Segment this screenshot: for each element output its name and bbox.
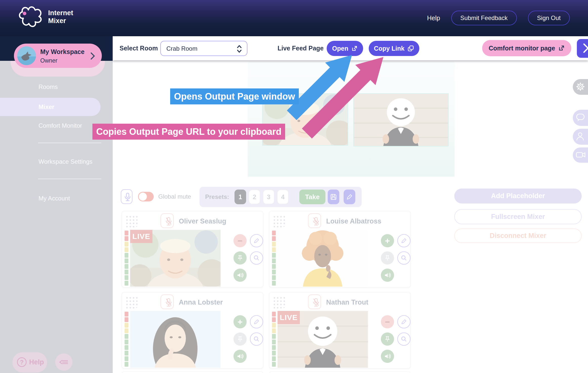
magnifier-icon <box>401 255 407 261</box>
top-navbar: Internet Mixer Help Submit Feedback Sign… <box>0 0 588 36</box>
pin-button[interactable] <box>381 332 394 346</box>
preset-4-button[interactable]: 4 <box>277 190 289 204</box>
drag-handle[interactable] <box>125 214 138 228</box>
pencil-icon <box>253 319 260 325</box>
external-link-icon <box>558 45 565 51</box>
open-button[interactable]: Open <box>327 41 363 56</box>
sidebar-item-label: Comfort Monitor <box>38 122 82 129</box>
gear-icon <box>576 82 585 91</box>
magnifier-icon <box>253 336 260 342</box>
help-link[interactable]: Help <box>427 14 440 22</box>
participants-tab-button[interactable] <box>573 129 588 145</box>
speaker-icon <box>384 353 391 359</box>
logo-icon <box>18 4 44 30</box>
sidebar-item-my-account[interactable]: My Account <box>0 193 101 204</box>
volume-button[interactable] <box>233 350 247 363</box>
copy-link-button-label: Copy Link <box>374 45 405 52</box>
workspace-role: Owner <box>40 57 57 64</box>
mic-muted-icon[interactable] <box>308 213 321 228</box>
mic-muted-icon[interactable] <box>308 294 321 309</box>
take-button[interactable]: Take <box>299 190 325 204</box>
save-preset-button[interactable] <box>328 190 339 204</box>
edit-participant-button[interactable] <box>397 315 410 328</box>
participant-name: Nathan Trout <box>326 299 368 306</box>
mic-muted-icon[interactable] <box>161 213 174 228</box>
zoom-participant-button[interactable] <box>397 251 410 265</box>
edit-participant-button[interactable] <box>250 234 263 247</box>
comfort-monitor-label: Comfort monitor page <box>489 45 555 52</box>
pin-button[interactable] <box>233 251 247 265</box>
sidebar-help-button[interactable]: ? Help <box>12 352 47 372</box>
dolphin-avatar-image <box>17 46 36 65</box>
mic-muted-icon[interactable] <box>161 294 174 309</box>
participant-video <box>278 230 368 287</box>
sign-out-button[interactable]: Sign Out <box>528 11 570 25</box>
room-select-value: Crab Room <box>166 45 198 52</box>
mic-muted-glyph <box>313 298 319 307</box>
zoom-participant-button[interactable] <box>397 332 410 346</box>
volume-button[interactable] <box>381 350 394 363</box>
mic-muted-glyph <box>165 298 172 307</box>
sidebar-item-rooms[interactable]: Rooms <box>0 81 101 92</box>
magnifier-icon <box>253 255 260 261</box>
sidebar-divider <box>38 179 101 179</box>
sidebar-item-mixer[interactable]: Mixer <box>0 98 101 116</box>
mixer-toolbar: Select Room Crab Room Live Feed Page Ope… <box>113 36 588 60</box>
sidebar-item-label: Mixer <box>38 103 54 110</box>
collapse-icon <box>59 359 68 366</box>
select-chevrons-icon <box>236 45 242 53</box>
preset-3-button[interactable]: 3 <box>263 190 275 204</box>
pin-icon <box>384 336 390 342</box>
sidebar-item-comfort-monitor[interactable]: Comfort Monitor <box>0 120 101 131</box>
edit-participant-button[interactable] <box>250 315 263 328</box>
add-to-live-button[interactable]: + <box>381 234 394 247</box>
add-placeholder-button[interactable]: Add Placeholder <box>454 189 582 203</box>
participant-tile-louise: Louise Albatross <box>269 211 411 288</box>
brand-line2: Mixer <box>48 17 73 25</box>
submit-feedback-button[interactable]: Submit Feedback <box>451 11 517 25</box>
drag-handle[interactable] <box>272 214 285 228</box>
preset-1-button[interactable]: 1 <box>234 190 246 204</box>
chat-icon <box>576 113 585 122</box>
participant-video-image <box>130 311 221 368</box>
volume-button[interactable] <box>381 269 394 282</box>
pin-icon <box>237 255 243 261</box>
minus-icon: − <box>385 317 390 327</box>
fullscreen-mixer-button[interactable]: Fullscreen Mixer <box>454 209 582 224</box>
global-mute-toggle[interactable] <box>138 192 154 201</box>
speaker-icon <box>384 272 391 278</box>
workspace-switcher[interactable]: My Workspace Owner <box>14 44 102 68</box>
edit-preset-button[interactable] <box>344 190 355 204</box>
room-select[interactable]: Crab Room <box>160 41 247 56</box>
add-to-live-button[interactable]: + <box>233 315 247 328</box>
settings-tab-button[interactable] <box>573 79 588 95</box>
chat-tab-button[interactable] <box>573 110 588 126</box>
remove-from-live-button[interactable]: − <box>233 234 247 247</box>
camera-tab-button[interactable] <box>573 147 588 163</box>
magnifier-icon <box>401 336 407 342</box>
collapse-sidebar-button[interactable] <box>55 353 72 371</box>
remove-from-live-button[interactable]: − <box>381 315 394 328</box>
sidebar-item-workspace-settings[interactable]: Workspace Settings <box>0 156 101 167</box>
copy-link-button[interactable]: Copy Link <box>369 41 419 56</box>
preview-video-image <box>354 94 448 146</box>
participant-tile-nathan: Nathan Trout <box>269 292 411 369</box>
pin-button[interactable] <box>381 251 394 265</box>
zoom-participant-button[interactable] <box>250 251 263 265</box>
pin-button[interactable] <box>233 332 247 346</box>
sidebar-item-label: My Account <box>38 195 70 202</box>
drag-handle[interactable] <box>272 295 285 309</box>
expand-panel-button[interactable] <box>577 39 588 58</box>
copy-icon <box>407 45 414 52</box>
comfort-monitor-page-button[interactable]: Comfort monitor page <box>482 40 571 56</box>
vu-meter <box>125 231 128 286</box>
master-mic-button[interactable] <box>121 189 132 204</box>
disconnect-mixer-button[interactable]: Disconnect Mixer <box>454 229 582 243</box>
participant-name: Oliver Seaslug <box>179 217 226 225</box>
zoom-participant-button[interactable] <box>250 332 263 346</box>
drag-handle[interactable] <box>125 295 138 309</box>
participant-tile-oliver: Oliver Seaslug <box>122 211 263 288</box>
preset-2-button[interactable]: 2 <box>249 190 260 204</box>
volume-button[interactable] <box>233 269 247 282</box>
edit-participant-button[interactable] <box>397 234 410 247</box>
